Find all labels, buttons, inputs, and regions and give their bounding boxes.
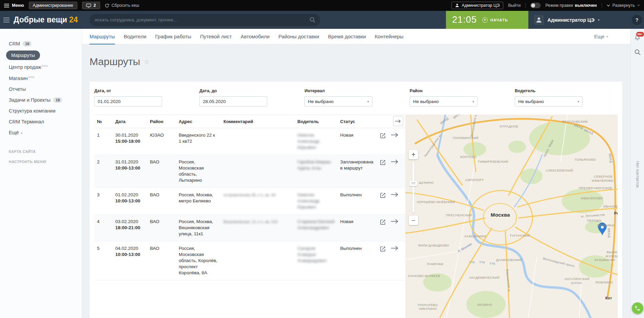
open-route-icon[interactable] — [391, 246, 399, 251]
col-header-comment: Комментарий — [221, 115, 295, 128]
main-content: МаршрутыВодителиГрафик работыПутевой лис… — [82, 29, 630, 318]
timer-start-button[interactable]: НАЧАТЬ — [482, 17, 508, 23]
app-logo[interactable]: Добрые вещи24 — [14, 15, 78, 24]
row-date: 04.02.202010:00-13:00 — [113, 241, 147, 280]
open-route-icon[interactable] — [391, 133, 399, 137]
admin-user-button[interactable]: Администратор ЦЭ — [451, 2, 503, 9]
date-from-input[interactable] — [94, 96, 162, 106]
row-actions — [377, 128, 405, 155]
open-route-icon[interactable] — [391, 219, 399, 224]
sidebar-item-4[interactable]: Магазинbeta — [0, 73, 82, 84]
sidebar-item-2[interactable]: Маршруты — [0, 49, 82, 61]
zoom-in-button[interactable]: + — [409, 150, 418, 159]
edit-icon[interactable] — [379, 219, 386, 225]
notifications-bell-icon[interactable]: 99+ — [634, 34, 641, 41]
toggle-knob — [531, 3, 535, 7]
row-address: Россия, Московская область, Королёв, про… — [176, 241, 221, 280]
tab-2[interactable]: Водители — [124, 29, 147, 44]
right-rail: 99+ Нет контактов — [630, 29, 644, 318]
administration-button[interactable]: Администрирование — [29, 2, 77, 9]
edit-icon[interactable] — [379, 192, 386, 199]
date-to-input[interactable] — [199, 96, 267, 106]
driver-select[interactable]: Не выбрано▾ — [515, 96, 583, 106]
sidebar-toggle-button[interactable] — [3, 18, 9, 22]
person-icon — [536, 17, 542, 23]
tab-8[interactable]: Контейнеры — [375, 29, 404, 44]
row-comment — [221, 128, 295, 155]
zoom-slider-track[interactable] — [412, 162, 414, 213]
filter-district: Район Не выбрано▾ — [410, 88, 477, 106]
sidebar-footer-link-2[interactable]: НАСТРОИТЬ МЕНЮ — [9, 160, 82, 164]
sidebar-item-6[interactable]: Задачи и Проекты18 — [0, 95, 82, 105]
sidebar-item-5[interactable]: Отчеты — [0, 84, 82, 95]
routes-card: Дата, от Дата, до Интервал Не выбрано▾ Р… — [90, 82, 622, 318]
district-select[interactable]: Не выбрано▾ — [410, 96, 477, 106]
row-actions — [377, 155, 405, 187]
sidebar-item-9[interactable]: Ещё▾ — [0, 127, 82, 138]
moscow-map[interactable] — [405, 115, 618, 318]
open-route-icon[interactable] — [391, 159, 399, 164]
header-user-name: Администратор ЦЭ — [547, 17, 594, 23]
zoom-slider-handle[interactable] — [410, 181, 417, 186]
tab-7[interactable]: Время доставки — [328, 29, 366, 44]
col-header-status: Статус — [337, 115, 377, 128]
sidebar-item-8[interactable]: CRM Терминал — [0, 116, 82, 127]
tab-3[interactable]: График работы — [155, 29, 191, 44]
tabs-more-button[interactable]: Еще ▾ — [594, 34, 608, 39]
expand-button[interactable]: Развернуть — [607, 3, 640, 8]
filter-label: Интервал — [305, 88, 372, 93]
row-comment: островитянова 45, к 1, кв. 44 — [221, 188, 295, 214]
row-comment — [221, 155, 295, 187]
header-user-menu[interactable]: Администратор ЦЭ ▾ — [534, 15, 600, 25]
admin-user-label: Администратор ЦЭ — [462, 3, 500, 8]
avatar — [534, 15, 544, 25]
expand-label: Развернуть — [612, 3, 635, 8]
logout-button[interactable]: Выйти — [508, 3, 521, 8]
rail-search-icon[interactable] — [635, 49, 641, 55]
tab-4[interactable]: Путевой лист — [200, 29, 232, 44]
table-row[interactable]: 5 04.02.202010:00-13:00 ВАО Россия, Моск… — [94, 241, 405, 280]
admin-menu-label: Меню — [12, 3, 24, 8]
work-timer[interactable]: 21:05 НАЧАТЬ — [446, 11, 528, 29]
row-status: Запланирована в маршрут — [337, 155, 377, 187]
no-contacts-label: Нет контактов — [635, 161, 640, 187]
page-title: Маршруты — [90, 56, 140, 67]
timer-start-label: НАЧАТЬ — [490, 18, 508, 22]
edit-icon[interactable] — [379, 246, 386, 252]
collapse-table-button[interactable] — [393, 116, 403, 126]
row-comment — [221, 241, 295, 280]
help-button[interactable]: ? — [632, 15, 642, 25]
global-search-input[interactable] — [90, 14, 320, 26]
tab-1[interactable]: Маршруты — [90, 29, 115, 44]
edit-mode-toggle[interactable] — [530, 3, 541, 8]
row-address: Россия, Москва, метро Беляево — [176, 188, 221, 214]
table-row[interactable]: 1 30.01.202015:00-18:00 ЮЗАО Введенского… — [94, 128, 405, 155]
edit-icon[interactable] — [379, 133, 386, 139]
sidebar-item-7[interactable]: Структура компании — [0, 105, 82, 116]
play-icon — [482, 17, 488, 23]
tab-5[interactable]: Автомобили — [240, 29, 269, 44]
open-route-icon[interactable] — [391, 192, 399, 197]
screens-button[interactable]: 2 — [82, 2, 100, 9]
divider — [602, 3, 602, 8]
sidebar-item-3[interactable]: Центр продажbeta — [0, 61, 82, 73]
sidebar-item-1[interactable]: CRM18 — [0, 38, 82, 49]
tab-6[interactable]: Районы доставки — [278, 29, 319, 44]
phone-button[interactable] — [632, 302, 643, 314]
sidebar-footer-link-1[interactable]: КАРТА САЙТА — [9, 150, 82, 154]
admin-menu-button[interactable]: Меню — [4, 3, 24, 8]
row-driver: Сапаров Агамурат Агамурадович — [295, 241, 337, 280]
edit-icon[interactable] — [379, 159, 386, 166]
row-date: 30.01.202015:00-18:00 — [113, 128, 147, 155]
row-district: ЮЗАО — [147, 128, 176, 155]
interval-select[interactable]: Не выбрано▾ — [305, 96, 372, 106]
zoom-out-button[interactable]: − — [409, 216, 418, 225]
favorite-star-icon[interactable]: ☆ — [143, 58, 150, 66]
row-number: 3 — [94, 188, 113, 214]
table-row[interactable]: 4 03.02.202018:00-21:00 ВАО Россия, Моск… — [94, 215, 405, 241]
reset-cache-button[interactable]: Сбросить кеш — [105, 3, 139, 8]
table-row[interactable]: 3 01.02.202010:00-13:00 ВАО Россия, Моск… — [94, 188, 405, 215]
chevron-down-icon: ▾ — [367, 100, 369, 103]
table-row[interactable]: 2 31.01.202010:00-13:00 ВАО Россия, Моск… — [94, 155, 405, 188]
col-header-district: Район — [147, 115, 176, 128]
